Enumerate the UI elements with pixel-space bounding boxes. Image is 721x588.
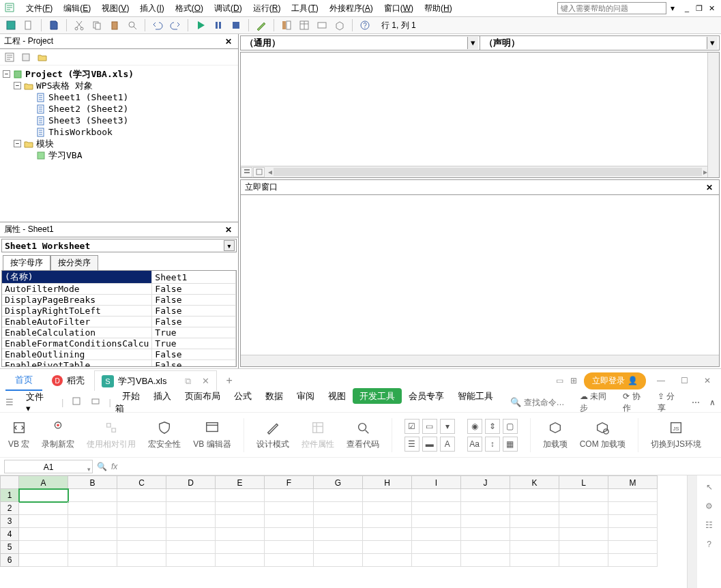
property-value[interactable]: False: [152, 306, 236, 317]
row-header[interactable]: 6: [0, 554, 19, 567]
label-control-button[interactable]: A: [440, 437, 455, 452]
print-quick-button[interactable]: [87, 394, 104, 411]
tree-collapse-icon[interactable]: −: [14, 82, 21, 89]
cell[interactable]: [68, 528, 117, 541]
view-object-button[interactable]: [19, 50, 33, 64]
cell[interactable]: [608, 541, 658, 554]
tree-item[interactable]: 学习VBA: [48, 149, 82, 162]
toolbox-button[interactable]: [333, 18, 347, 32]
ribbon-tab[interactable]: 会员专享: [402, 388, 451, 404]
cell[interactable]: [265, 528, 314, 541]
property-name[interactable]: EnableOutlining: [2, 349, 152, 360]
cell[interactable]: [117, 528, 166, 541]
cell[interactable]: [363, 502, 412, 515]
search-icon[interactable]: 🔍: [97, 462, 107, 471]
share-button[interactable]: ⇪ 分享: [658, 391, 682, 414]
cell[interactable]: [216, 502, 265, 515]
column-header[interactable]: I: [412, 475, 461, 489]
cell[interactable]: [68, 489, 117, 502]
cell[interactable]: [166, 515, 216, 528]
insert-module-button[interactable]: [22, 18, 35, 32]
file-menu-button[interactable]: 文件 ▾: [19, 388, 57, 416]
cell[interactable]: [19, 528, 68, 541]
cell[interactable]: [68, 515, 117, 528]
name-box[interactable]: A1▾: [4, 460, 93, 473]
help-button[interactable]: ?: [358, 18, 372, 32]
cursor-icon[interactable]: ↖: [706, 482, 713, 492]
button-control-button[interactable]: ▬: [422, 437, 437, 452]
property-name[interactable]: EnableCalculation: [2, 327, 152, 338]
view-code-button[interactable]: [3, 50, 16, 64]
collapse-ribbon-icon[interactable]: ∧: [709, 398, 716, 407]
tree-collapse-icon[interactable]: −: [14, 140, 21, 147]
checkbox-control-button[interactable]: ☑: [404, 419, 420, 434]
more-options-icon[interactable]: ⋯: [692, 398, 700, 407]
procedure-view-button[interactable]: [241, 167, 252, 177]
cell[interactable]: [510, 515, 559, 528]
tree-item[interactable]: Sheet2 (Sheet2): [48, 104, 128, 114]
cell[interactable]: [412, 502, 461, 515]
column-header[interactable]: G: [314, 475, 363, 489]
cell[interactable]: [363, 515, 412, 528]
sync-status-button[interactable]: ☁ 未同步: [580, 391, 614, 414]
cell[interactable]: [314, 502, 363, 515]
menu-t[interactable]: 工具(T): [286, 2, 323, 14]
cell[interactable]: [216, 489, 265, 502]
property-value[interactable]: False: [152, 295, 236, 306]
cell[interactable]: [166, 528, 216, 541]
run-button[interactable]: [194, 18, 207, 32]
cell[interactable]: [559, 528, 608, 541]
help-icon[interactable]: ?: [707, 540, 711, 549]
cell[interactable]: [117, 502, 166, 515]
option-control-button[interactable]: ◉: [467, 419, 482, 434]
cell[interactable]: [216, 554, 265, 567]
cell[interactable]: [216, 528, 265, 541]
menu-d[interactable]: 调试(D): [209, 2, 248, 14]
column-header[interactable]: J: [461, 475, 510, 489]
addins-button[interactable]: 加载项: [543, 420, 568, 450]
horizontal-scrollbar[interactable]: [274, 168, 702, 176]
grid-view-icon[interactable]: ⊞: [570, 376, 577, 385]
properties-object-selector[interactable]: Sheet1 Worksheet ▾: [1, 239, 237, 252]
column-header[interactable]: C: [117, 475, 166, 489]
property-value[interactable]: True: [152, 338, 236, 349]
cell[interactable]: [559, 515, 608, 528]
settings-icon[interactable]: ⚙: [705, 501, 713, 511]
cell[interactable]: [68, 541, 117, 554]
vb-editor-button[interactable]: VB 编辑器: [193, 420, 231, 450]
view-wps-button[interactable]: [4, 18, 18, 32]
cell[interactable]: [559, 554, 608, 567]
code-editor-area[interactable]: ◂ ▸: [240, 52, 720, 178]
menu-o[interactable]: 格式(O): [170, 2, 209, 14]
cell[interactable]: [19, 541, 68, 554]
cell[interactable]: [461, 528, 510, 541]
properties-grid[interactable]: (名称)Sheet1AutoFilterModeFalseDisplayPage…: [1, 270, 237, 367]
cell[interactable]: [19, 502, 68, 515]
paste-button[interactable]: [108, 18, 121, 32]
design-mode-button[interactable]: [254, 18, 268, 32]
property-name[interactable]: (名称): [2, 271, 152, 284]
column-header[interactable]: M: [608, 475, 658, 489]
ribbon-tab[interactable]: 公式: [227, 388, 259, 404]
chevron-down-icon[interactable]: ▾: [707, 37, 718, 49]
stop-button[interactable]: [229, 18, 243, 32]
help-search-dropdown[interactable]: ▾: [671, 3, 675, 13]
cell[interactable]: [559, 541, 608, 554]
cell[interactable]: [412, 515, 461, 528]
code-object-selector[interactable]: （通用） ▾: [241, 36, 480, 50]
groupbox-control-button[interactable]: ▢: [503, 419, 518, 434]
design-mode-button[interactable]: 设计模式: [256, 420, 289, 450]
cell[interactable]: [216, 515, 265, 528]
property-value[interactable]: False: [152, 284, 236, 295]
ribbon-tab[interactable]: 视图: [321, 388, 353, 404]
collaborate-button[interactable]: ⟳ 协作: [623, 391, 647, 414]
cell[interactable]: [461, 541, 510, 554]
vb-macro-button[interactable]: VB 宏: [8, 420, 29, 450]
combobox-control-button[interactable]: ▾: [440, 419, 455, 434]
command-search[interactable]: 🔍: [510, 397, 578, 407]
toggle-folders-button[interactable]: [35, 50, 49, 64]
column-header[interactable]: H: [363, 475, 412, 489]
property-name[interactable]: EnablePivotTable: [2, 360, 152, 367]
close-icon[interactable]: ✕: [223, 225, 234, 235]
command-search-input[interactable]: [524, 398, 578, 407]
